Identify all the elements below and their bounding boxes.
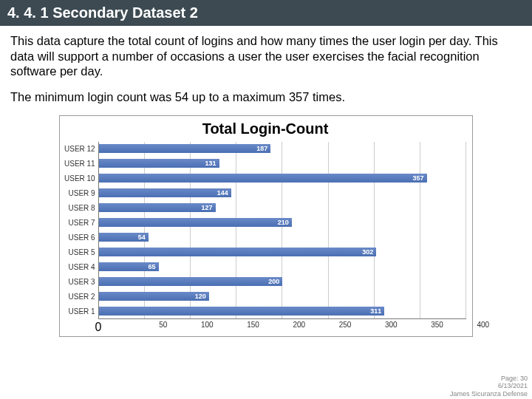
chart-title: Total Login-Count — [64, 120, 466, 137]
section-header: 4. 4. 1 Secondary Dataset 2 — [0, 0, 532, 26]
section-title: 4. 4. 1 Secondary Dataset 2 — [7, 4, 198, 21]
y-tick-label: USER 2 — [64, 290, 95, 304]
bar-slot: 311 — [99, 304, 466, 318]
bar-value-label: 120 — [195, 293, 206, 300]
footer: Page: 30 6/13/2021 James Sicuranza Defen… — [450, 375, 528, 398]
y-tick-label: USER 6 — [64, 231, 95, 245]
bar-value-label: 200 — [268, 278, 279, 285]
bar: 65 — [99, 262, 159, 271]
x-tick: 150 — [214, 321, 259, 329]
y-tick-label: USER 8 — [64, 201, 95, 216]
x-tick: 350 — [398, 321, 443, 329]
bar-slot: 127 — [99, 200, 466, 215]
x-tick: 400 — [443, 321, 489, 329]
bar-slot: 144 — [99, 185, 466, 200]
bar-slot: 131 — [99, 156, 466, 171]
bar-slot: 187 — [99, 142, 466, 157]
bar: 210 — [99, 218, 292, 227]
bar-value-label: 302 — [362, 248, 373, 256]
footer-date: 6/13/2021 — [450, 382, 528, 389]
bar-value-label: 131 — [205, 160, 216, 167]
y-tick-label: USER 3 — [64, 275, 95, 290]
x-tick: 300 — [351, 321, 397, 329]
x-tick: 100 — [167, 321, 213, 329]
y-tick-label: USER 10 — [64, 171, 95, 186]
footer-page: Page: 30 — [450, 375, 528, 382]
bar-value-label: 144 — [217, 189, 228, 197]
bar-value-label: 127 — [202, 204, 213, 211]
x-tick: 200 — [259, 321, 305, 329]
bars: 1871313571441272105430265200120311 — [99, 142, 466, 318]
x-tick: 0 — [95, 321, 102, 334]
bar-slot: 200 — [99, 274, 466, 289]
paragraph-1: This data capture the total count of log… — [10, 33, 522, 79]
bar-value-label: 311 — [370, 307, 381, 315]
x-axis-labels: 50100150200250300350400 — [98, 321, 466, 329]
chart-container: Total Login-Count USER 12USER 11USER 10U… — [59, 115, 473, 337]
bar: 187 — [99, 144, 270, 153]
bar-value-label: 54 — [138, 233, 146, 241]
bar-slot: 302 — [99, 245, 466, 259]
x-tick: 250 — [305, 321, 351, 329]
paragraph-2: The minimum login count was 54 up to a m… — [10, 89, 522, 105]
y-tick-label: USER 7 — [64, 216, 95, 231]
bar-value-label: 65 — [148, 263, 155, 270]
y-tick-label: USER 5 — [64, 245, 95, 260]
y-axis-labels: USER 12USER 11USER 10USER 9USER 8USER 7U… — [64, 142, 98, 319]
bar: 357 — [99, 174, 427, 183]
bar: 311 — [99, 307, 385, 316]
bar: 144 — [99, 188, 231, 197]
bar: 302 — [99, 248, 376, 256]
bar-value-label: 187 — [256, 145, 267, 152]
bar-slot: 54 — [99, 230, 466, 245]
bar-value-label: 357 — [413, 174, 424, 182]
bar-value-label: 210 — [278, 219, 289, 226]
bar: 127 — [99, 203, 216, 212]
bar-slot: 210 — [99, 215, 466, 230]
plot-area: 1871313571441272105430265200120311 — [98, 142, 466, 319]
bar: 131 — [99, 159, 219, 168]
bar: 54 — [99, 233, 149, 242]
y-tick-label: USER 4 — [64, 260, 95, 275]
bar-slot: 65 — [99, 259, 466, 274]
x-axis: 0 50100150200250300350400 — [64, 321, 466, 329]
y-tick-label: USER 9 — [64, 186, 95, 201]
bar: 200 — [99, 277, 283, 286]
bar-slot: 120 — [99, 289, 466, 304]
footer-author: James Sicuranza Defense — [450, 390, 528, 398]
bar: 120 — [99, 292, 209, 301]
y-tick-label: USER 12 — [64, 142, 95, 157]
y-tick-label: USER 11 — [64, 157, 95, 171]
y-tick-label: USER 1 — [64, 304, 95, 319]
body-text: This data capture the total count of log… — [0, 26, 532, 105]
bar-slot: 357 — [99, 171, 466, 185]
x-tick: 50 — [121, 321, 167, 329]
